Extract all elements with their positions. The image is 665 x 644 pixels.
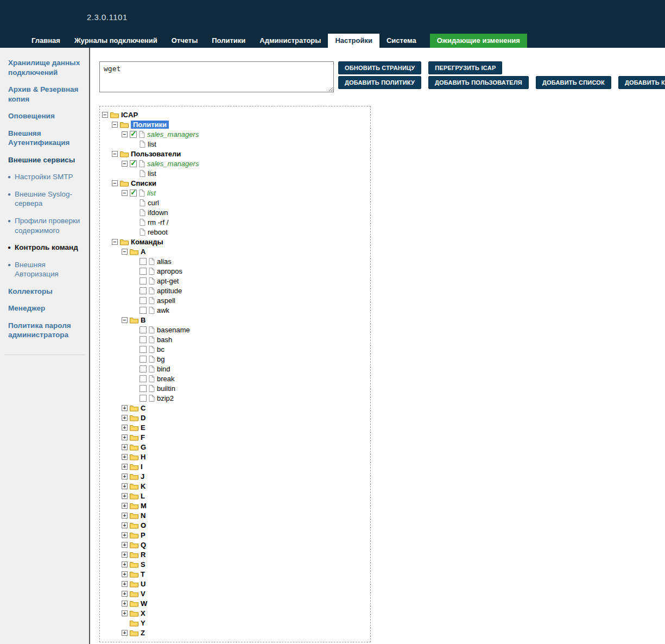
tree-node[interactable]: +I bbox=[102, 462, 368, 471]
sidebar-item-connection-data-storage[interactable]: Хранилище данных подключений bbox=[0, 54, 89, 81]
tree-node[interactable]: −sales_managers bbox=[102, 129, 368, 139]
tree-checkbox[interactable] bbox=[140, 346, 147, 353]
expand-icon[interactable]: + bbox=[122, 630, 128, 636]
tree-node[interactable]: −Политики bbox=[102, 119, 368, 129]
expand-icon[interactable]: + bbox=[122, 581, 128, 587]
tree-checkbox[interactable] bbox=[140, 375, 147, 382]
sidebar-item-external-syslog-servers[interactable]: ●Внешние Syslog-сервера bbox=[0, 186, 89, 212]
refresh-page-button[interactable]: ОБНОВИТЬ СТРАНИЦУ bbox=[338, 61, 421, 74]
tree-checkbox[interactable] bbox=[130, 190, 137, 197]
add-command-button[interactable]: ДОБАВИТЬ КОМАНДУ bbox=[618, 76, 665, 89]
expand-icon[interactable]: + bbox=[122, 561, 128, 567]
expand-icon[interactable]: + bbox=[122, 591, 128, 597]
tree-node[interactable]: +C bbox=[102, 403, 368, 413]
collapse-icon[interactable]: − bbox=[122, 190, 128, 196]
tree-node[interactable]: +F bbox=[102, 432, 368, 442]
tree-node[interactable]: +O bbox=[102, 520, 368, 530]
tree-node-label[interactable]: Пользователи bbox=[131, 150, 181, 158]
tree-node-label[interactable]: Z bbox=[141, 629, 145, 637]
collapse-icon[interactable]: − bbox=[112, 151, 118, 157]
tree-node-label[interactable]: builtin bbox=[157, 384, 175, 393]
tree-node[interactable]: builtin bbox=[102, 383, 368, 393]
tree-node[interactable]: rm -rf / bbox=[102, 217, 368, 227]
tree-node-label[interactable]: A bbox=[141, 248, 145, 256]
tree-checkbox[interactable] bbox=[140, 326, 147, 333]
collapse-icon[interactable]: − bbox=[122, 317, 128, 323]
expand-icon[interactable]: + bbox=[122, 493, 128, 499]
expand-icon[interactable]: + bbox=[122, 464, 128, 470]
collapse-icon[interactable]: − bbox=[112, 180, 118, 186]
sidebar-item-external-authorization[interactable]: ●Внешняя Авторизация bbox=[0, 256, 89, 283]
tree-node[interactable]: apropos bbox=[102, 266, 368, 276]
collapse-icon[interactable]: − bbox=[112, 239, 118, 245]
tree-node-label[interactable]: B bbox=[141, 316, 145, 324]
tree-node-label[interactable]: N bbox=[141, 512, 145, 520]
tree-node[interactable]: +G bbox=[102, 442, 368, 452]
expand-icon[interactable]: + bbox=[122, 405, 128, 411]
tree-node-label[interactable]: E bbox=[141, 424, 145, 432]
tree-checkbox[interactable] bbox=[130, 160, 137, 167]
tree-node-label[interactable]: Y bbox=[141, 619, 145, 627]
tree-node[interactable]: aptitude bbox=[102, 286, 368, 295]
tree-node[interactable]: +Q bbox=[102, 540, 368, 550]
sidebar-item-alerts[interactable]: Оповещения bbox=[0, 108, 89, 125]
tree-node-label[interactable]: break bbox=[157, 375, 175, 383]
tree-node[interactable]: basename bbox=[102, 325, 368, 334]
tree-node[interactable]: −Команды bbox=[102, 237, 368, 247]
tree-node[interactable]: awk bbox=[102, 305, 368, 315]
tree-node-label[interactable]: bind bbox=[157, 365, 170, 373]
tree-checkbox[interactable] bbox=[140, 258, 147, 265]
tree-node[interactable]: +R bbox=[102, 550, 368, 559]
tree-checkbox[interactable] bbox=[140, 297, 147, 304]
tree-node[interactable]: break bbox=[102, 374, 368, 383]
expand-icon[interactable]: + bbox=[122, 513, 128, 519]
tree-node[interactable]: +M bbox=[102, 501, 368, 510]
tree-node[interactable]: +E bbox=[102, 422, 368, 432]
sidebar-item-smtp-settings[interactable]: ●Настройки SMTP bbox=[0, 168, 89, 186]
tree-node-label[interactable]: basename bbox=[157, 326, 190, 334]
tree-node-label[interactable]: H bbox=[141, 453, 145, 461]
tree-node-label[interactable]: list bbox=[148, 169, 156, 178]
expand-icon[interactable]: + bbox=[122, 522, 128, 528]
tree-checkbox[interactable] bbox=[140, 385, 147, 392]
tree-node-label[interactable]: ifdown bbox=[148, 209, 168, 217]
tree-node[interactable]: list bbox=[102, 168, 368, 178]
tree-node-label[interactable]: Политики bbox=[131, 121, 169, 129]
tree-node-label[interactable]: Команды bbox=[131, 238, 163, 246]
collapse-icon[interactable]: − bbox=[102, 112, 108, 118]
tree-node[interactable]: +P bbox=[102, 530, 368, 540]
reload-icap-button[interactable]: ПЕРЕГРУЗИТЬ ICAP bbox=[428, 61, 502, 74]
expand-icon[interactable]: + bbox=[122, 415, 128, 421]
tree-node-label[interactable]: J bbox=[141, 472, 144, 481]
tree-node-label[interactable]: list bbox=[147, 189, 156, 197]
expand-icon[interactable]: + bbox=[122, 552, 128, 558]
tab-connection-logs[interactable]: Журналы подключений bbox=[67, 34, 164, 48]
tree-node[interactable]: −A bbox=[102, 247, 368, 256]
tree-node-label[interactable]: M bbox=[141, 502, 147, 510]
tree-checkbox[interactable] bbox=[140, 336, 147, 343]
sidebar-item-admin-password-policy[interactable]: Политика пароля администратора bbox=[0, 317, 89, 344]
add-policy-button[interactable]: ДОБАВИТЬ ПОЛИТИКУ bbox=[338, 76, 421, 89]
sidebar-item-collectors[interactable]: Коллекторы bbox=[0, 283, 89, 300]
tree-node-label[interactable]: curl bbox=[148, 199, 159, 207]
tree-node-label[interactable]: X bbox=[141, 609, 145, 617]
tree-node-label[interactable]: P bbox=[141, 531, 145, 539]
tree-node-label[interactable]: bzip2 bbox=[157, 394, 174, 402]
tree-node-label[interactable]: S bbox=[141, 560, 145, 569]
collapse-icon[interactable]: − bbox=[122, 249, 128, 255]
tree-checkbox[interactable] bbox=[140, 395, 147, 402]
tree-node-label[interactable]: F bbox=[141, 433, 145, 441]
tree-node[interactable]: +T bbox=[102, 569, 368, 579]
tree-node-label[interactable]: ICAP bbox=[121, 111, 138, 119]
expand-icon[interactable]: + bbox=[122, 542, 128, 548]
sidebar-item-manager[interactable]: Менеджер bbox=[0, 300, 89, 317]
tree-node-label[interactable]: U bbox=[141, 580, 145, 588]
tree-node-label[interactable]: aspell bbox=[157, 296, 175, 305]
tree-node[interactable]: ifdown bbox=[102, 207, 368, 217]
tree-node-label[interactable]: apt-get bbox=[157, 277, 179, 285]
tree-checkbox[interactable] bbox=[140, 287, 147, 294]
tree-node-label[interactable]: G bbox=[141, 443, 146, 451]
tab-administrators[interactable]: Администраторы bbox=[252, 34, 328, 48]
expand-icon[interactable]: + bbox=[122, 610, 128, 616]
tree-node-label[interactable]: list bbox=[148, 140, 156, 148]
